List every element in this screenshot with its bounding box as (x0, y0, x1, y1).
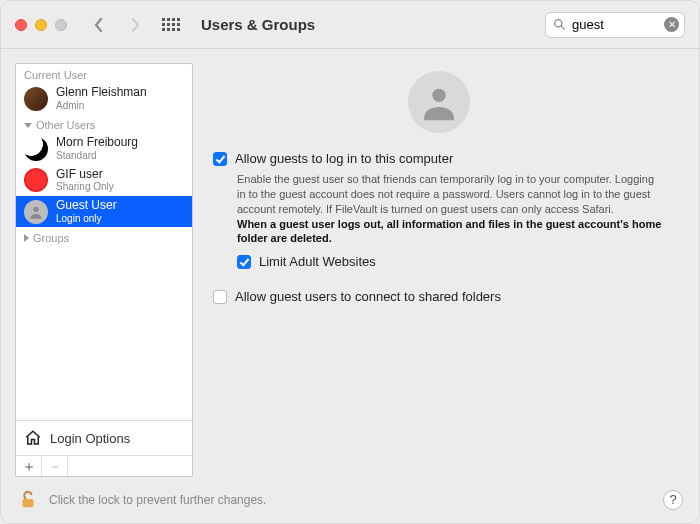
minimize-window-button[interactable] (35, 19, 47, 31)
section-header-current-user: Current User (16, 64, 192, 83)
chevron-right-icon (129, 18, 141, 32)
avatar (24, 87, 48, 111)
content-area: Current User Glenn Fleishman Admin Other… (1, 49, 699, 477)
allow-shared-checkbox[interactable] (213, 290, 227, 304)
user-row-guest[interactable]: Guest User Login only (16, 196, 192, 227)
lock-hint-text: Click the lock to prevent further change… (49, 493, 653, 507)
user-row-gif[interactable]: GIF user Sharing Only (16, 165, 192, 196)
close-window-button[interactable] (15, 19, 27, 31)
remove-user-button: － (42, 456, 68, 476)
window-controls (15, 19, 67, 31)
help-button[interactable]: ? (663, 490, 683, 510)
unlock-icon[interactable] (17, 489, 39, 511)
section-header-groups[interactable]: Groups (16, 227, 192, 246)
maximize-window-button (55, 19, 67, 31)
back-button[interactable] (85, 11, 113, 39)
sidebar-bottom: Login Options ＋ － (16, 420, 192, 476)
forward-button[interactable] (121, 11, 149, 39)
chevron-left-icon (93, 18, 105, 32)
allow-shared-label: Allow guest users to connect to shared f… (235, 289, 501, 304)
detail-panel: Allow guests to log in to this computer … (205, 63, 685, 477)
show-all-button[interactable] (157, 11, 185, 39)
search-field-wrap: ✕ (545, 12, 685, 38)
clear-search-button[interactable]: ✕ (664, 17, 679, 32)
allow-guests-description: Enable the guest user so that friends ca… (237, 172, 665, 246)
user-row-morn[interactable]: Morn Freibourg Standard (16, 133, 192, 164)
svg-point-2 (33, 206, 38, 211)
footer-bar: Click the lock to prevent further change… (1, 477, 699, 523)
allow-guests-checkbox[interactable] (213, 152, 227, 166)
allow-guests-label: Allow guests to log in to this computer (235, 151, 453, 166)
login-options-label: Login Options (50, 431, 130, 446)
person-icon (419, 82, 459, 122)
svg-point-3 (432, 89, 445, 102)
window-title: Users & Groups (201, 16, 315, 33)
user-row-current[interactable]: Glenn Fleishman Admin (16, 83, 192, 114)
user-subtitle: Login only (56, 213, 117, 225)
limit-adult-row: Limit Adult Websites (237, 254, 665, 269)
user-subtitle: Sharing Only (56, 181, 114, 193)
user-name: GIF user (56, 168, 114, 182)
person-icon (28, 204, 44, 220)
allow-shared-row: Allow guest users to connect to shared f… (213, 289, 665, 304)
avatar (24, 137, 48, 161)
limit-adult-label: Limit Adult Websites (259, 254, 376, 269)
add-user-button[interactable]: ＋ (16, 456, 42, 476)
svg-rect-4 (23, 499, 34, 507)
add-remove-bar: ＋ － (16, 455, 192, 476)
users-sidebar: Current User Glenn Fleishman Admin Other… (15, 63, 193, 477)
avatar (24, 168, 48, 192)
limit-adult-checkbox[interactable] (237, 255, 251, 269)
house-icon (24, 429, 42, 447)
user-subtitle: Admin (56, 100, 147, 112)
grid-icon (162, 18, 180, 31)
user-subtitle: Standard (56, 150, 138, 162)
section-header-other-users[interactable]: Other Users (16, 114, 192, 133)
user-name: Glenn Fleishman (56, 86, 147, 100)
user-list: Current User Glenn Fleishman Admin Other… (16, 64, 192, 420)
user-name: Morn Freibourg (56, 136, 138, 150)
avatar (24, 200, 48, 224)
user-name: Guest User (56, 199, 117, 213)
login-options-row[interactable]: Login Options (16, 421, 192, 455)
guest-avatar-large[interactable] (408, 71, 470, 133)
titlebar: Users & Groups ✕ (1, 1, 699, 49)
allow-guests-row: Allow guests to log in to this computer (213, 151, 665, 166)
